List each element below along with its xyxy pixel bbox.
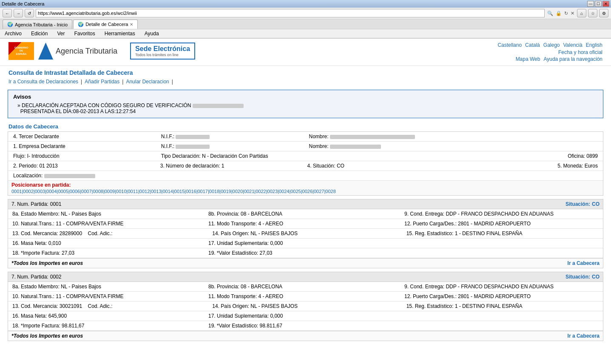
minimize-button[interactable]: —	[587, 1, 594, 7]
p2-ir-cabecera[interactable]: Ir a Cabecera	[568, 333, 600, 339]
menu-ayuda[interactable]: Ayuda	[143, 30, 160, 37]
p1-importe-value: 27,03	[62, 250, 74, 256]
pos-0018[interactable]: 0018	[209, 189, 219, 194]
p2-unidad-value: 0,000	[270, 313, 283, 319]
menu-favoritos[interactable]: Favoritos	[73, 30, 96, 37]
back-button[interactable]: ←	[3, 9, 12, 17]
forward-button[interactable]: →	[14, 9, 23, 17]
tab-close-button[interactable]: ✕	[130, 22, 133, 27]
lang-catala[interactable]: Català	[525, 42, 540, 48]
partida-2-situacion-label: Situación:	[566, 274, 590, 280]
p2-cod-merc-value: 30021091	[60, 303, 82, 309]
lang-galego[interactable]: Galego	[543, 42, 560, 48]
partida-1-situacion-label: Situación:	[566, 201, 590, 207]
p1-ir-cabecera[interactable]: Ir a Cabecera	[568, 260, 600, 266]
nav-fecha[interactable]: Fecha y hora oficial	[558, 49, 602, 55]
address-input[interactable]	[36, 9, 545, 17]
pos-0025[interactable]: 0025	[290, 189, 301, 194]
p1-modo-label: 11. Modo Transporte:	[208, 221, 257, 227]
close-button[interactable]: ✕	[602, 1, 609, 7]
pos-0010[interactable]: 0010	[116, 189, 126, 194]
tipo-label: Tipo Declaración:	[161, 153, 201, 159]
p2-masa-label: 16. Masa Neta:	[12, 313, 47, 319]
pos-0026[interactable]: 0026	[302, 189, 313, 194]
agency-triangle-logo	[38, 43, 53, 60]
menu-edicion[interactable]: Edición	[30, 30, 49, 37]
avisos-arrow: »	[17, 102, 20, 108]
nombre2-value	[330, 145, 381, 149]
pos-0015[interactable]: 0015	[174, 189, 185, 194]
link-anular[interactable]: Anular Declaracion	[126, 79, 169, 85]
menu-archivo[interactable]: Archivo	[3, 30, 23, 37]
pos-0027[interactable]: 0027	[314, 189, 324, 194]
nav-ayuda[interactable]: Ayuda para la navegación	[543, 56, 602, 62]
nif2-value	[176, 145, 210, 149]
pos-0008[interactable]: 0008	[93, 189, 103, 194]
pos-0006[interactable]: 0006	[70, 189, 80, 194]
refresh-icon[interactable]: ↻	[563, 11, 569, 16]
lang-castellano[interactable]: Castellano	[497, 42, 522, 48]
settings-button[interactable]: ⚙	[599, 9, 608, 17]
pos-0021[interactable]: 0021	[244, 189, 254, 194]
tab-favicon: 🌍	[7, 22, 13, 27]
partida-block-2: 7. Num. Partida: 0002 Situación: CO 8a. …	[8, 272, 603, 341]
pos-0017[interactable]: 0017	[198, 189, 208, 194]
pos-0004[interactable]: 0004	[46, 189, 57, 194]
link-consulta[interactable]: Ir a Consulta de Declaraciones	[9, 79, 78, 85]
sep2: |	[122, 79, 123, 85]
p1-reg-label: 15. Reg. Estadístico:	[406, 230, 454, 236]
menu-herramientas[interactable]: Herramientas	[103, 30, 136, 37]
flujo-value: Flujo: I- Introducción	[13, 153, 60, 159]
pos-0023[interactable]: 0023	[267, 189, 278, 194]
pos-0002[interactable]: 0002	[23, 189, 33, 194]
tab-inicio[interactable]: 🌍 Agencia Tributaria - Inicio	[3, 20, 72, 29]
search-icon[interactable]: 🔍	[546, 11, 554, 16]
tab-cabecera[interactable]: 🌍 Detalle de Cabecera ✕	[73, 20, 138, 29]
pos-0014[interactable]: 0014	[162, 189, 173, 194]
pos-0016[interactable]: 0016	[186, 189, 196, 194]
p1-estado-label: 8a. Estado Miembro:	[12, 211, 60, 217]
pos-0011[interactable]: 0011	[128, 189, 138, 194]
p2-estado-label: 8a. Estado Miembro:	[12, 284, 60, 290]
pos-0013[interactable]: 0013	[151, 189, 161, 194]
p1-valor-value: 27,03	[260, 250, 273, 256]
pos-0009[interactable]: 0009	[105, 189, 115, 194]
p2-unidad-label: 17. Unidad Suplementaria:	[208, 313, 269, 319]
num-decl-value: 1	[222, 163, 225, 169]
pos-0020[interactable]: 0020	[233, 189, 243, 194]
sede-title: Sede Electrónica	[135, 45, 190, 53]
partida-2-num-value: 0002	[50, 274, 62, 280]
sep1: |	[81, 79, 82, 85]
pos-0024[interactable]: 0024	[279, 189, 289, 194]
home-button[interactable]: ⌂	[577, 9, 586, 17]
partida-2-num-label: 7. Num. Partida:	[11, 274, 48, 280]
sede-subtitle: Todos los trámites on line	[135, 53, 190, 57]
pos-0022[interactable]: 0022	[256, 189, 266, 194]
tab-label: Agencia Tributaria - Inicio	[15, 22, 68, 27]
favorites-button[interactable]: ☆	[588, 9, 597, 17]
stop-icon[interactable]: ✕	[570, 11, 575, 16]
refresh-button[interactable]: ↺	[25, 9, 34, 17]
pos-0012[interactable]: 0012	[139, 189, 150, 194]
p1-valor-label: 19. *Valor Estadístico:	[208, 250, 258, 256]
p1-provincia-value: 08 - BARCELONA	[241, 211, 282, 217]
p1-pais-label: 14. País Origen:	[212, 230, 249, 236]
avisos-box: Avisos » DECLARACIÓN ACEPTADA CON CÓDIGO…	[8, 90, 603, 118]
partida-1-num-label: 7. Num. Partida:	[11, 201, 48, 207]
menu-ver[interactable]: Ver	[56, 30, 66, 37]
restore-button[interactable]: ☐	[595, 1, 602, 7]
link-partidas[interactable]: Añadir Partidas	[85, 79, 119, 85]
pos-0003[interactable]: 0003	[35, 189, 45, 194]
pos-0028[interactable]: 0028	[325, 189, 335, 194]
pos-0005[interactable]: 0005	[58, 189, 68, 194]
lang-valencia[interactable]: Valencià	[563, 42, 583, 48]
tercer-declarante-label: 4. Tercer Declarante	[13, 134, 59, 139]
nombre2-label: Nombre:	[309, 143, 329, 149]
p1-natural-label: 10. Natural.Trans.:	[12, 221, 54, 227]
pos-0001[interactable]: 0001	[11, 189, 22, 194]
lang-english[interactable]: English	[586, 42, 602, 48]
pos-0019[interactable]: 0019	[221, 189, 231, 194]
nav-mapa[interactable]: Mapa Web	[516, 56, 540, 62]
nif1-label: N.I.F.:	[161, 134, 174, 139]
pos-0007[interactable]: 0007	[81, 189, 91, 194]
